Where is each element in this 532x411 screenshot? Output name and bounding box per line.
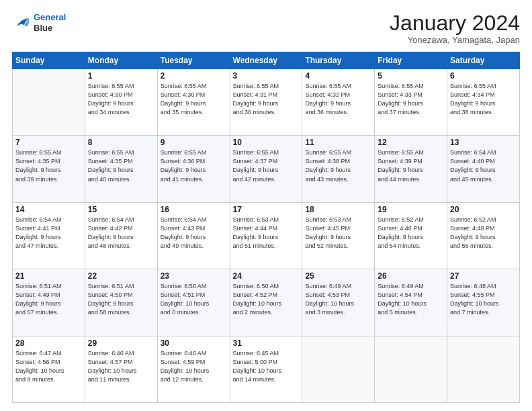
calendar-cell: 25Sunrise: 6:49 AM Sunset: 4:53 PM Dayli… bbox=[302, 269, 375, 336]
calendar-cell: 4Sunrise: 6:55 AM Sunset: 4:32 PM Daylig… bbox=[302, 69, 375, 136]
day-number: 12 bbox=[378, 138, 444, 147]
day-number: 1 bbox=[88, 71, 154, 81]
calendar-cell: 22Sunrise: 6:51 AM Sunset: 4:50 PM Dayli… bbox=[85, 269, 157, 336]
page: General Blue January 2024 Yonezawa, Yama… bbox=[0, 0, 532, 411]
calendar-cell: 5Sunrise: 6:55 AM Sunset: 4:33 PM Daylig… bbox=[375, 69, 447, 136]
header-wednesday: Wednesday bbox=[230, 52, 302, 69]
calendar-week-1: 1Sunrise: 6:55 AM Sunset: 4:30 PM Daylig… bbox=[13, 69, 520, 136]
calendar-cell: 11Sunrise: 6:55 AM Sunset: 4:38 PM Dayli… bbox=[302, 136, 375, 202]
day-info: Sunrise: 6:49 AM Sunset: 4:53 PM Dayligh… bbox=[305, 282, 371, 317]
day-info: Sunrise: 6:55 AM Sunset: 4:30 PM Dayligh… bbox=[88, 82, 154, 117]
month-title: January 2024 bbox=[390, 12, 520, 34]
title-block: January 2024 Yonezawa, Yamagata, Japan bbox=[390, 12, 520, 45]
logo-icon bbox=[12, 13, 31, 32]
calendar-cell: 23Sunrise: 6:50 AM Sunset: 4:51 PM Dayli… bbox=[157, 269, 230, 336]
day-number: 25 bbox=[305, 271, 371, 281]
calendar-cell: 14Sunrise: 6:54 AM Sunset: 4:41 PM Dayli… bbox=[13, 202, 85, 269]
day-number: 30 bbox=[161, 338, 227, 348]
calendar-week-2: 7Sunrise: 6:55 AM Sunset: 4:35 PM Daylig… bbox=[13, 136, 520, 202]
day-number: 17 bbox=[233, 205, 300, 214]
calendar-week-5: 28Sunrise: 6:47 AM Sunset: 4:56 PM Dayli… bbox=[13, 336, 520, 402]
calendar-cell: 2Sunrise: 6:55 AM Sunset: 4:30 PM Daylig… bbox=[157, 69, 230, 136]
day-info: Sunrise: 6:47 AM Sunset: 4:56 PM Dayligh… bbox=[15, 349, 82, 384]
header-friday: Friday bbox=[375, 52, 447, 69]
day-info: Sunrise: 6:45 AM Sunset: 5:00 PM Dayligh… bbox=[233, 349, 300, 384]
calendar-week-4: 21Sunrise: 6:51 AM Sunset: 4:49 PM Dayli… bbox=[13, 269, 520, 336]
day-info: Sunrise: 6:55 AM Sunset: 4:35 PM Dayligh… bbox=[15, 148, 82, 183]
day-info: Sunrise: 6:55 AM Sunset: 4:34 PM Dayligh… bbox=[450, 82, 517, 117]
day-number: 26 bbox=[378, 271, 444, 281]
day-number: 9 bbox=[161, 138, 227, 147]
day-info: Sunrise: 6:55 AM Sunset: 4:37 PM Dayligh… bbox=[233, 148, 300, 183]
day-info: Sunrise: 6:55 AM Sunset: 4:35 PM Dayligh… bbox=[88, 148, 154, 183]
day-number: 4 bbox=[305, 71, 371, 81]
header-tuesday: Tuesday bbox=[157, 52, 230, 69]
calendar-cell: 27Sunrise: 6:48 AM Sunset: 4:55 PM Dayli… bbox=[447, 269, 520, 336]
day-info: Sunrise: 6:52 AM Sunset: 4:46 PM Dayligh… bbox=[378, 216, 444, 250]
calendar-cell: 1Sunrise: 6:55 AM Sunset: 4:30 PM Daylig… bbox=[85, 69, 157, 136]
day-number: 13 bbox=[450, 138, 517, 147]
calendar-cell: 13Sunrise: 6:54 AM Sunset: 4:40 PM Dayli… bbox=[447, 136, 520, 202]
location: Yonezawa, Yamagata, Japan bbox=[390, 35, 520, 45]
day-info: Sunrise: 6:46 AM Sunset: 4:57 PM Dayligh… bbox=[88, 349, 154, 384]
day-number: 2 bbox=[161, 71, 227, 81]
day-info: Sunrise: 6:49 AM Sunset: 4:54 PM Dayligh… bbox=[378, 282, 444, 317]
day-info: Sunrise: 6:46 AM Sunset: 4:59 PM Dayligh… bbox=[161, 349, 227, 384]
day-number: 27 bbox=[450, 271, 517, 281]
calendar-cell: 31Sunrise: 6:45 AM Sunset: 5:00 PM Dayli… bbox=[230, 336, 302, 402]
day-number: 11 bbox=[305, 138, 371, 147]
day-info: Sunrise: 6:54 AM Sunset: 4:42 PM Dayligh… bbox=[88, 216, 154, 250]
day-info: Sunrise: 6:55 AM Sunset: 4:36 PM Dayligh… bbox=[161, 148, 227, 183]
day-number: 7 bbox=[15, 138, 82, 147]
header-saturday: Saturday bbox=[447, 52, 520, 69]
day-info: Sunrise: 6:52 AM Sunset: 4:48 PM Dayligh… bbox=[450, 216, 517, 250]
day-number: 29 bbox=[88, 338, 154, 348]
calendar-cell: 24Sunrise: 6:50 AM Sunset: 4:52 PM Dayli… bbox=[230, 269, 302, 336]
day-info: Sunrise: 6:54 AM Sunset: 4:41 PM Dayligh… bbox=[15, 216, 82, 250]
header-monday: Monday bbox=[85, 52, 157, 69]
day-number: 28 bbox=[15, 338, 82, 348]
day-info: Sunrise: 6:53 AM Sunset: 4:45 PM Dayligh… bbox=[305, 216, 371, 250]
day-info: Sunrise: 6:54 AM Sunset: 4:40 PM Dayligh… bbox=[450, 148, 517, 183]
header-thursday: Thursday bbox=[302, 52, 375, 69]
day-info: Sunrise: 6:51 AM Sunset: 4:50 PM Dayligh… bbox=[88, 282, 154, 317]
calendar-cell bbox=[302, 336, 375, 402]
calendar-cell: 12Sunrise: 6:55 AM Sunset: 4:39 PM Dayli… bbox=[375, 136, 447, 202]
calendar-cell bbox=[13, 69, 85, 136]
calendar-cell: 17Sunrise: 6:53 AM Sunset: 4:44 PM Dayli… bbox=[230, 202, 302, 269]
day-number: 3 bbox=[233, 71, 300, 81]
calendar-week-3: 14Sunrise: 6:54 AM Sunset: 4:41 PM Dayli… bbox=[13, 202, 520, 269]
calendar-cell: 21Sunrise: 6:51 AM Sunset: 4:49 PM Dayli… bbox=[13, 269, 85, 336]
day-number: 10 bbox=[233, 138, 300, 147]
day-info: Sunrise: 6:50 AM Sunset: 4:52 PM Dayligh… bbox=[233, 282, 300, 317]
logo-line1: General bbox=[34, 12, 66, 22]
day-number: 24 bbox=[233, 271, 300, 281]
calendar-table: Sunday Monday Tuesday Wednesday Thursday… bbox=[12, 52, 520, 403]
calendar-cell: 3Sunrise: 6:55 AM Sunset: 4:31 PM Daylig… bbox=[230, 69, 302, 136]
calendar-cell bbox=[375, 336, 447, 402]
calendar-cell: 28Sunrise: 6:47 AM Sunset: 4:56 PM Dayli… bbox=[13, 336, 85, 402]
calendar-cell: 30Sunrise: 6:46 AM Sunset: 4:59 PM Dayli… bbox=[157, 336, 230, 402]
day-info: Sunrise: 6:54 AM Sunset: 4:43 PM Dayligh… bbox=[161, 216, 227, 250]
day-info: Sunrise: 6:55 AM Sunset: 4:31 PM Dayligh… bbox=[233, 82, 300, 117]
calendar-cell: 29Sunrise: 6:46 AM Sunset: 4:57 PM Dayli… bbox=[85, 336, 157, 402]
header-sunday: Sunday bbox=[13, 52, 85, 69]
day-number: 8 bbox=[88, 138, 154, 147]
day-info: Sunrise: 6:55 AM Sunset: 4:33 PM Dayligh… bbox=[378, 82, 444, 117]
header: General Blue January 2024 Yonezawa, Yama… bbox=[12, 12, 520, 45]
day-number: 31 bbox=[233, 338, 300, 348]
day-info: Sunrise: 6:55 AM Sunset: 4:38 PM Dayligh… bbox=[305, 148, 371, 183]
day-number: 20 bbox=[450, 205, 517, 214]
day-number: 15 bbox=[88, 205, 154, 214]
logo: General Blue bbox=[12, 12, 66, 33]
day-info: Sunrise: 6:55 AM Sunset: 4:30 PM Dayligh… bbox=[161, 82, 227, 117]
day-info: Sunrise: 6:48 AM Sunset: 4:55 PM Dayligh… bbox=[450, 282, 517, 317]
calendar-cell: 7Sunrise: 6:55 AM Sunset: 4:35 PM Daylig… bbox=[13, 136, 85, 202]
day-info: Sunrise: 6:55 AM Sunset: 4:32 PM Dayligh… bbox=[305, 82, 371, 117]
day-number: 5 bbox=[378, 71, 444, 81]
logo-line2: Blue bbox=[34, 23, 66, 34]
day-info: Sunrise: 6:51 AM Sunset: 4:49 PM Dayligh… bbox=[15, 282, 82, 317]
calendar-cell: 16Sunrise: 6:54 AM Sunset: 4:43 PM Dayli… bbox=[157, 202, 230, 269]
day-info: Sunrise: 6:50 AM Sunset: 4:51 PM Dayligh… bbox=[161, 282, 227, 317]
calendar-cell: 9Sunrise: 6:55 AM Sunset: 4:36 PM Daylig… bbox=[157, 136, 230, 202]
